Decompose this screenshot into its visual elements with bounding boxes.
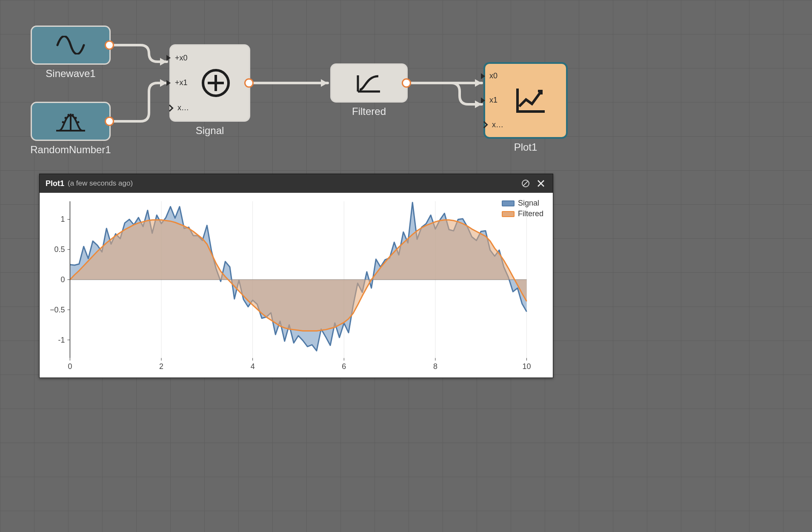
- legend-label: Filtered: [518, 209, 543, 218]
- svg-line-17: [523, 181, 528, 186]
- sine-icon: [56, 36, 86, 54]
- plot-panel[interactable]: Plot1 (a few seconds ago) -1−0.500.51024…: [39, 174, 553, 378]
- plot-panel-title: Plot1: [46, 179, 64, 188]
- output-port[interactable]: [244, 78, 254, 88]
- port-label: x1: [489, 96, 497, 105]
- svg-text:−0.5: −0.5: [50, 306, 65, 314]
- svg-marker-0: [160, 58, 167, 66]
- output-port[interactable]: [105, 117, 114, 126]
- node-label: Plot1: [514, 141, 538, 153]
- close-icon[interactable]: [535, 177, 547, 189]
- node-plot1[interactable]: x0 x1 x… Plot1: [483, 62, 568, 139]
- node-label: Sinewave1: [46, 68, 95, 80]
- node-filtered[interactable]: Filtered: [330, 63, 408, 103]
- svg-point-7: [62, 121, 64, 123]
- svg-text:10: 10: [523, 362, 531, 371]
- plot-body: -1−0.500.510246810 Signal Filtered: [40, 193, 553, 378]
- output-port[interactable]: [402, 78, 411, 88]
- svg-text:0: 0: [61, 275, 65, 284]
- svg-point-11: [75, 117, 77, 119]
- random-dist-icon: [54, 109, 88, 133]
- plus-circle-icon: [200, 67, 232, 99]
- svg-text:0: 0: [68, 362, 72, 371]
- input-ports: x0 x1 x…: [491, 64, 503, 137]
- node-label: RandomNumber1: [30, 144, 111, 156]
- chart-legend: Signal Filtered: [502, 199, 543, 220]
- disable-icon[interactable]: [520, 177, 532, 189]
- svg-text:0.5: 0.5: [54, 245, 65, 254]
- node-label: Filtered: [352, 106, 386, 117]
- svg-text:-1: -1: [58, 336, 65, 344]
- svg-point-9: [68, 114, 70, 116]
- legend-label: Signal: [518, 199, 539, 208]
- svg-text:4: 4: [251, 362, 255, 371]
- line-chart-icon: [513, 85, 548, 116]
- svg-point-10: [72, 114, 74, 116]
- svg-text:1: 1: [61, 215, 65, 223]
- port-label: x…: [492, 120, 503, 129]
- svg-text:6: 6: [342, 362, 346, 371]
- svg-marker-3: [475, 79, 482, 87]
- svg-marker-1: [160, 79, 167, 87]
- port-label: +x1: [175, 78, 188, 87]
- svg-point-8: [65, 117, 67, 119]
- plot-panel-timestamp: (a few seconds ago): [68, 179, 133, 188]
- svg-point-12: [77, 121, 80, 123]
- node-canvas[interactable]: Sinewave1 RandomNumber1 +x0 +x1 x… Signa…: [0, 0, 812, 532]
- node-signal[interactable]: +x0 +x1 x… Signal: [169, 44, 250, 122]
- svg-marker-2: [321, 79, 328, 87]
- node-sinewave1[interactable]: Sinewave1: [31, 26, 111, 65]
- port-label: x…: [177, 103, 189, 112]
- node-label: Signal: [196, 125, 224, 137]
- port-label: x0: [489, 72, 497, 80]
- lowpass-icon: [354, 71, 384, 95]
- input-ports: +x0 +x1 x…: [177, 46, 189, 120]
- port-label: +x0: [175, 54, 188, 63]
- chart: -1−0.500.510246810: [40, 193, 553, 378]
- node-randomnumber1[interactable]: RandomNumber1: [31, 102, 111, 141]
- svg-text:8: 8: [433, 362, 437, 371]
- plot-panel-header[interactable]: Plot1 (a few seconds ago): [40, 174, 553, 193]
- output-port[interactable]: [105, 40, 114, 50]
- svg-text:2: 2: [159, 362, 163, 371]
